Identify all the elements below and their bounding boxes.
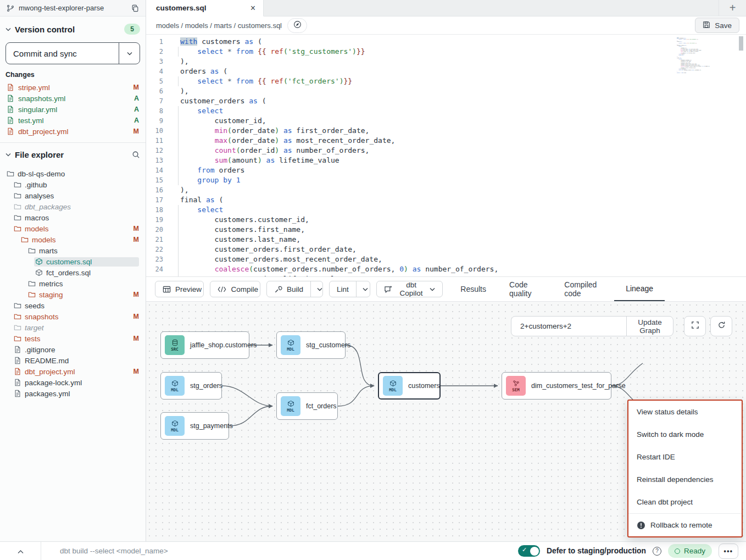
- tree-item-macros[interactable]: macros: [0, 212, 146, 223]
- tree-item-models[interactable]: modelsM: [0, 234, 146, 245]
- change-item-test-yml[interactable]: test.ymlA: [5, 115, 140, 126]
- code-line-24[interactable]: 24 coalesce(customer_orders.number_of_or…: [146, 264, 746, 274]
- tree-item-metrics[interactable]: metrics: [0, 278, 146, 289]
- refresh-icon: [717, 321, 726, 331]
- tree-item-package-lock-yml[interactable]: package-lock.yml: [0, 377, 146, 388]
- lineage-node-stg-orders[interactable]: MDLstg_orders: [160, 372, 222, 400]
- tree-item-readme-md[interactable]: README.md: [0, 355, 146, 366]
- tab-code-quality[interactable]: Code quality: [498, 277, 553, 301]
- build-dropdown-button[interactable]: [310, 281, 323, 297]
- tree-item-packages-yml[interactable]: packages.yml: [0, 388, 146, 399]
- commit-and-sync-button[interactable]: Commit and sync: [5, 42, 140, 64]
- tree-item-db-sl-qs-demo[interactable]: db-sl-qs-demo: [0, 168, 146, 179]
- tree-item-customers-sql[interactable]: customers.sql: [0, 256, 146, 267]
- tree-item-github[interactable]: .github: [0, 179, 146, 190]
- code-line-17[interactable]: 17final as (: [146, 195, 746, 205]
- tree-item-marts[interactable]: marts: [0, 245, 146, 256]
- lineage-node-fct-orders[interactable]: MDLfct_orders: [276, 392, 338, 420]
- tree-item-staging[interactable]: stagingM: [0, 289, 146, 300]
- chevron-down-icon[interactable]: [5, 153, 11, 157]
- code-line-13[interactable]: 13 sum(amount) as lifetime_value: [146, 156, 746, 165]
- editor-scrollbar[interactable]: [739, 36, 743, 51]
- menu-item-view-status-details[interactable]: View status details: [628, 401, 742, 423]
- close-icon[interactable]: ×: [250, 4, 255, 13]
- lineage-node-jaffle-shop-customers[interactable]: SRCjaffle_shop.customers: [160, 331, 249, 359]
- change-item-singular-yml[interactable]: singular.ymlA: [5, 104, 140, 115]
- menu-item-reinstall-dependencies[interactable]: Reinstall dependencies: [628, 468, 742, 491]
- save-button[interactable]: Save: [695, 18, 739, 33]
- code-line-16[interactable]: 16),: [146, 185, 746, 195]
- collapse-panel-button[interactable]: [0, 542, 41, 560]
- code-line-8[interactable]: 8 select: [146, 106, 746, 116]
- lint-dropdown-button[interactable]: [356, 281, 370, 297]
- fullscreen-button[interactable]: [684, 316, 706, 336]
- code-line-9[interactable]: 9 customer_id,: [146, 116, 746, 126]
- tab-lineage[interactable]: Lineage: [614, 277, 665, 301]
- code-line-4[interactable]: 4orders as (: [146, 66, 746, 76]
- status-ready-badge[interactable]: Ready: [668, 544, 712, 558]
- command-input[interactable]: [41, 547, 518, 555]
- code-line-23[interactable]: 23 customer_orders.most_recent_order_dat…: [146, 254, 746, 264]
- commit-dropdown-button[interactable]: [119, 43, 140, 64]
- tree-item-target[interactable]: target: [0, 322, 146, 333]
- tree-item-models[interactable]: modelsM: [0, 223, 146, 234]
- code-line-3[interactable]: 3),: [146, 57, 746, 66]
- tab-customers-sql[interactable]: customers.sql ×: [146, 0, 264, 16]
- code-line-1[interactable]: 1with customers as (: [146, 37, 746, 47]
- preview-button[interactable]: Preview: [155, 281, 204, 297]
- code-line-18[interactable]: 18 select: [146, 205, 746, 215]
- build-button[interactable]: Build: [267, 281, 310, 297]
- menu-item-switch-to-dark-mode[interactable]: Switch to dark mode: [628, 423, 742, 446]
- tree-item-analyses[interactable]: analyses: [0, 190, 146, 201]
- update-graph-button[interactable]: Update Graph: [626, 317, 673, 336]
- menu-item-restart-ide[interactable]: Restart IDE: [628, 446, 742, 468]
- refresh-button[interactable]: [710, 316, 732, 336]
- more-options-button[interactable]: •••: [719, 544, 738, 559]
- code-line-5[interactable]: 5 select * from {{ ref('fct_orders')}}: [146, 76, 746, 86]
- editor-minimap[interactable]: with customers as ( select * from {{ ref…: [676, 37, 710, 99]
- lineage-node-customers[interactable]: MDLcustomers: [378, 372, 441, 400]
- tree-item-dbt-project-yml[interactable]: dbt_project.ymlM: [0, 366, 146, 377]
- tab-compiled-code[interactable]: Compiled code: [553, 277, 614, 301]
- tree-item-seeds[interactable]: seeds: [0, 300, 146, 311]
- help-icon[interactable]: ?: [653, 547, 661, 556]
- code-line-15[interactable]: 15 group by 1: [146, 175, 746, 185]
- code-line-7[interactable]: 7customer_orders as (: [146, 96, 746, 106]
- chevron-down-icon[interactable]: [5, 27, 11, 31]
- tab-results[interactable]: Results: [449, 277, 498, 301]
- explore-compass-button[interactable]: [287, 18, 307, 33]
- lint-button[interactable]: Lint: [330, 281, 356, 297]
- menu-item-clean-dbt-project[interactable]: Clean dbt project: [628, 491, 742, 513]
- tree-item-gitignore[interactable]: .gitignore: [0, 344, 146, 355]
- lineage-node-stg-customers[interactable]: MDLstg_customers: [276, 331, 346, 359]
- menu-item-rollback-to-remote[interactable]: Rollback to remote: [628, 514, 742, 536]
- tree-item-tests[interactable]: testsM: [0, 333, 146, 344]
- code-line-6[interactable]: 6),: [146, 86, 746, 96]
- code-line-21[interactable]: 21 customers.last_name,: [146, 235, 746, 245]
- lineage-node-dim-customers-test-for-parse[interactable]: SEMdim_customers_test_for_parse: [502, 372, 611, 400]
- tree-item-fct-orders-sql[interactable]: fct_orders.sql: [0, 267, 146, 278]
- lineage-node-stg-payments[interactable]: MDLstg_payments: [160, 412, 229, 440]
- defer-toggle[interactable]: ✓: [518, 545, 540, 557]
- code-line-10[interactable]: 10 min(order_date) as first_order_date,: [146, 126, 746, 136]
- code-line-12[interactable]: 12 count(order_id) as number_of_orders,: [146, 146, 746, 156]
- code-line-25[interactable]: 25 customer_orders.lifetime_value: [146, 274, 746, 276]
- dbt-copilot-button[interactable]: dbt Copilot: [376, 281, 443, 297]
- tree-item-dbt-packages[interactable]: dbt_packages: [0, 201, 146, 212]
- change-item-snapshots-yml[interactable]: snapshots.ymlA: [5, 93, 140, 104]
- tree-item-snapshots[interactable]: snapshotsM: [0, 311, 146, 322]
- code-line-19[interactable]: 19 customers.customer_id,: [146, 215, 746, 225]
- new-tab-button[interactable]: +: [719, 0, 746, 16]
- search-icon[interactable]: [132, 151, 140, 159]
- code-line-20[interactable]: 20 customers.first_name,: [146, 225, 746, 235]
- change-item-stripe-yml[interactable]: stripe.ymlM: [5, 82, 140, 93]
- code-line-14[interactable]: 14 from orders: [146, 165, 746, 175]
- change-item-dbt-project-yml[interactable]: dbt_project.ymlM: [5, 126, 140, 137]
- lineage-search-input[interactable]: [511, 317, 626, 336]
- code-line-11[interactable]: 11 max(order_date) as most_recent_order_…: [146, 136, 746, 146]
- compile-button[interactable]: Compile: [210, 281, 260, 297]
- code-editor[interactable]: 1with customers as (2 select * from {{ r…: [146, 35, 746, 276]
- copy-icon[interactable]: [131, 4, 139, 12]
- code-line-2[interactable]: 2 select * from {{ ref('stg_customers')}…: [146, 47, 746, 57]
- code-line-22[interactable]: 22 customer_orders.first_order_date,: [146, 245, 746, 254]
